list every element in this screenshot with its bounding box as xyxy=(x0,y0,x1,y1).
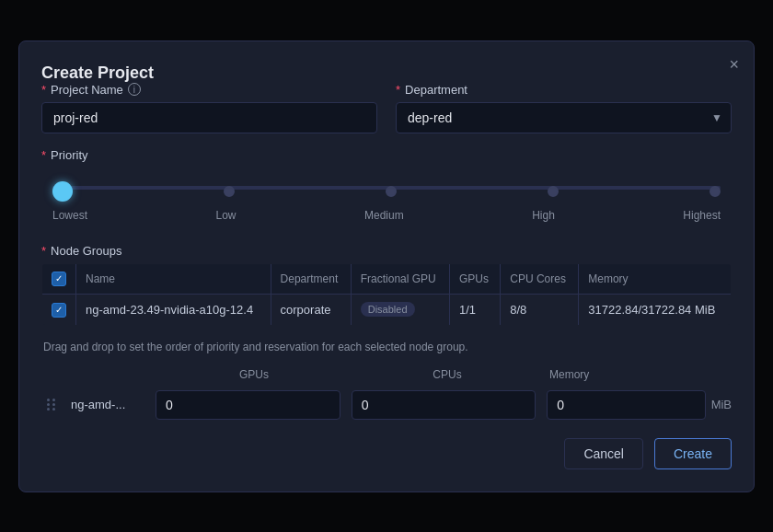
priority-label-low: Low xyxy=(216,209,237,222)
alloc-gpus-wrapper xyxy=(156,390,340,420)
col-gpus: GPUs xyxy=(450,263,501,294)
project-name-label: * Project Name i xyxy=(41,83,377,97)
col-cpu-cores: CPU Cores xyxy=(501,263,579,294)
row-name: ng-amd-23.49-nvidia-a10g-12.4 xyxy=(76,294,271,325)
priority-slider-container: Lowest Low Medium High Highest xyxy=(41,168,732,226)
alloc-gpus-header: GPUs xyxy=(163,368,345,381)
row-checkbox[interactable]: ✓ xyxy=(52,303,66,318)
node-groups-section: * Node Groups ✓ Name Department Fraction… xyxy=(41,244,732,326)
col-name: Name xyxy=(76,263,271,294)
ng-required-star: * xyxy=(41,244,46,258)
row-fractional-gpu: Disabled xyxy=(351,294,449,325)
modal-overlay: Create Project × * Project Name i * Depa… xyxy=(0,0,773,532)
alloc-memory-wrapper: MiB xyxy=(547,390,732,420)
dept-required-star: * xyxy=(396,83,400,97)
priority-dot-highest[interactable] xyxy=(710,186,721,197)
priority-label-high: High xyxy=(532,209,555,222)
alloc-node-name: ng-amd-... xyxy=(71,398,144,411)
alloc-cpus-input[interactable] xyxy=(352,390,536,420)
alloc-gpus-input[interactable] xyxy=(156,390,340,420)
priority-label-highest: Highest xyxy=(683,209,721,222)
top-form-row: * Project Name i * Department dep-red co… xyxy=(41,83,732,133)
department-label: * Department xyxy=(396,83,732,97)
col-fractional-gpu: Fractional GPU xyxy=(351,263,449,294)
alloc-memory-input[interactable] xyxy=(547,390,705,420)
node-groups-label: * Node Groups xyxy=(41,244,732,258)
node-groups-table: ✓ Name Department Fractional GPU GPUs CP… xyxy=(41,263,732,326)
priority-labels: Lowest Low Medium High Highest xyxy=(52,209,721,222)
col-memory: Memory xyxy=(579,263,732,294)
row-department: corporate xyxy=(271,294,351,325)
modal-footer: Cancel Create xyxy=(41,438,732,469)
priority-dot-high[interactable] xyxy=(548,186,559,197)
header-checkbox[interactable]: ✓ xyxy=(52,272,66,286)
table-row: ✓ ng-amd-23.49-nvidia-a10g-12.4 corporat… xyxy=(42,294,732,325)
close-button[interactable]: × xyxy=(729,56,739,73)
header-checkbox-cell: ✓ xyxy=(42,263,76,294)
drag-handle[interactable] xyxy=(41,397,60,412)
fractional-gpu-badge: Disabled xyxy=(361,302,415,317)
drag-info-text: Drag and drop to set the order of priori… xyxy=(41,341,732,353)
department-group: * Department dep-red corporate engineeri… xyxy=(396,83,732,133)
required-star: * xyxy=(41,83,46,97)
cancel-button[interactable]: Cancel xyxy=(564,438,643,469)
priority-dot-lowest[interactable] xyxy=(52,181,73,202)
info-icon[interactable]: i xyxy=(128,83,141,96)
row-memory: 31722.84/31722.84 MiB xyxy=(579,294,732,325)
priority-label: * Priority xyxy=(41,148,732,162)
col-department: Department xyxy=(271,263,351,294)
department-select[interactable]: dep-red corporate engineering xyxy=(396,102,732,133)
priority-label-medium: Medium xyxy=(364,209,404,222)
project-name-group: * Project Name i xyxy=(41,83,377,133)
alloc-cpus-header: CPUs xyxy=(356,368,538,381)
alloc-cpus-wrapper xyxy=(352,390,536,420)
alloc-headers: GPUs CPUs Memory xyxy=(41,368,732,387)
allocation-section: ng-amd-... MiB xyxy=(41,390,732,420)
alloc-memory-header: Memory xyxy=(549,368,732,381)
row-cpu-cores: 8/8 xyxy=(501,294,579,325)
project-name-input[interactable] xyxy=(41,102,377,133)
priority-dot-medium[interactable] xyxy=(386,186,397,197)
row-gpus: 1/1 xyxy=(450,294,501,325)
create-button[interactable]: Create xyxy=(654,438,732,469)
create-project-modal: Create Project × * Project Name i * Depa… xyxy=(18,40,755,492)
row-checkbox-cell: ✓ xyxy=(42,294,76,325)
alloc-row-0: ng-amd-... MiB xyxy=(41,390,732,420)
priority-label-lowest: Lowest xyxy=(52,209,87,222)
table-header-row: ✓ Name Department Fractional GPU GPUs CP… xyxy=(42,263,732,294)
priority-dots xyxy=(52,186,721,202)
priority-required-star: * xyxy=(41,148,46,162)
modal-title: Create Project xyxy=(41,64,154,82)
priority-section: * Priority Lowest Low Medium xyxy=(41,148,732,226)
priority-dot-low[interactable] xyxy=(224,186,235,197)
department-select-wrapper: dep-red corporate engineering ▼ xyxy=(396,102,732,133)
alloc-memory-unit: MiB xyxy=(711,398,732,411)
